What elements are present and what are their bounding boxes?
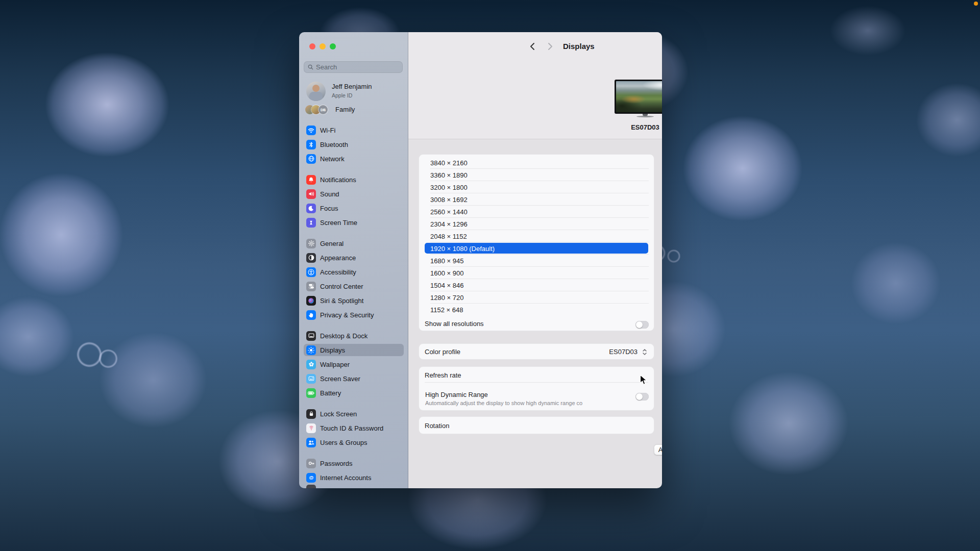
page-title: Displays <box>563 42 595 51</box>
forward-button[interactable] <box>545 41 555 52</box>
rotation-row: Rotation <box>419 416 654 434</box>
sidebar-item-privacy-security[interactable]: Privacy & Security <box>304 309 404 321</box>
appearance-icon <box>306 253 316 263</box>
sidebar-item-control-center[interactable]: Control Center <box>304 280 404 292</box>
key-icon <box>306 459 316 468</box>
resolution-option[interactable]: 1600 × 900 <box>419 267 654 279</box>
resolution-option[interactable]: 1680 × 945 <box>419 255 654 267</box>
resolution-option[interactable]: 3360 × 1890 <box>419 169 654 181</box>
sidebar-item-family[interactable]: Family <box>335 106 355 113</box>
display-preview[interactable] <box>615 80 662 114</box>
divider <box>425 382 648 383</box>
close-button[interactable] <box>309 43 315 49</box>
sidebar-item-general[interactable]: General <box>304 237 404 249</box>
resolution-option[interactable]: 2048 × 1152 <box>419 230 654 242</box>
sidebar: Search Jeff Benjamin Apple ID DB Family … <box>299 32 408 488</box>
screensaver-icon <box>306 374 316 384</box>
users-icon <box>306 438 316 447</box>
sidebar-item-displays[interactable]: Displays <box>304 344 404 356</box>
sidebar-item-wi-fi[interactable]: Wi-Fi <box>304 124 404 136</box>
hourglass-icon <box>306 218 316 228</box>
resolution-option[interactable]: 3840 × 2160 <box>419 157 654 169</box>
hdr-subtitle: Automatically adjust the display to show… <box>425 400 650 406</box>
refresh-rate-label: Refresh rate <box>425 371 461 379</box>
chevron-left-icon <box>530 42 535 51</box>
back-button[interactable] <box>527 41 537 52</box>
bell-icon <box>306 175 316 185</box>
rotation-label: Rotation <box>425 422 449 430</box>
search-input[interactable]: Search <box>304 61 403 73</box>
system-settings-window: Search Jeff Benjamin Apple ID DB Family … <box>299 32 662 488</box>
touchid-icon <box>306 423 316 433</box>
color-profile-value[interactable]: ES07D03 <box>609 348 638 356</box>
display-preview-image <box>616 81 662 112</box>
resolution-panel: 3840 × 21603360 × 18903200 × 18003008 × … <box>419 154 654 331</box>
resolution-option[interactable]: 2304 × 1296 <box>419 218 654 230</box>
resolution-option[interactable]: 1504 × 846 <box>419 279 654 291</box>
display-stand-base <box>636 116 654 117</box>
controlcenter-icon <box>306 282 316 291</box>
globe-icon <box>306 154 316 164</box>
profile-subtitle: Apple ID <box>332 92 352 98</box>
bluetooth-icon <box>306 140 316 149</box>
sidebar-item-desktop-dock[interactable]: Desktop & Dock <box>304 330 404 342</box>
resolution-option[interactable]: 1280 × 720 <box>419 291 654 304</box>
desktop-wallpaper: Search Jeff Benjamin Apple ID DB Family … <box>0 0 980 551</box>
color-profile-row: Color profile ES07D03 <box>419 343 654 360</box>
zoom-button[interactable] <box>330 43 336 49</box>
accessibility-icon <box>306 267 316 277</box>
chevron-right-icon <box>548 42 553 51</box>
sidebar-item-wallpaper[interactable]: Wallpaper <box>304 358 404 370</box>
display-name-label: ES07D03 <box>615 123 662 131</box>
moon-icon <box>306 204 316 213</box>
resolution-option[interactable]: 3008 × 1692 <box>419 193 654 206</box>
speaker-icon <box>306 189 316 199</box>
avatar[interactable] <box>306 82 326 101</box>
mouse-cursor <box>640 374 648 388</box>
partial-icon <box>306 485 316 489</box>
sun-icon <box>306 345 316 355</box>
resolution-option[interactable]: 3200 × 1800 <box>419 181 654 193</box>
sidebar-item-notifications[interactable]: Notifications <box>304 173 404 186</box>
sidebar-item-users-groups[interactable]: Users & Groups <box>304 436 404 448</box>
sidebar-item-siri-spotlight[interactable]: Siri & Spotlight <box>304 294 404 307</box>
sidebar-item-screen-time[interactable]: Screen Time <box>304 216 404 229</box>
sidebar-item-partial[interactable] <box>304 483 404 488</box>
hdr-label: High Dynamic Range <box>425 391 488 398</box>
search-placeholder: Search <box>316 63 337 71</box>
resolution-option[interactable]: 2560 × 1440 <box>419 206 654 218</box>
sidebar-item-battery[interactable]: Battery <box>304 387 404 399</box>
hero-section: Displays ES07D03 + <box>408 32 662 139</box>
sidebar-item-passwords[interactable]: Passwords <box>304 457 404 469</box>
resolution-option[interactable]: 980 × 551 (Default) <box>419 242 654 255</box>
minimize-button[interactable] <box>320 43 326 49</box>
at-icon: @ <box>306 473 316 483</box>
refresh-rate-panel: Refresh rate High Dynamic Range Automati… <box>419 366 654 411</box>
advanced-button[interactable]: Advanced... <box>654 444 662 455</box>
sidebar-item-focus[interactable]: Focus <box>304 202 404 214</box>
family-avatar-badge: DB <box>318 105 328 114</box>
profile-name[interactable]: Jeff Benjamin <box>332 83 372 90</box>
siri-icon <box>306 296 316 306</box>
stepper-icon[interactable] <box>642 348 648 356</box>
color-profile-label: Color profile <box>425 348 460 356</box>
recording-indicator-dot <box>974 2 978 6</box>
desktopdock-icon <box>306 331 316 341</box>
content-pane: Displays ES07D03 + 3840 × 21603360 × 189… <box>408 32 662 488</box>
battery-icon <box>306 388 316 398</box>
sidebar-item-accessibility[interactable]: Accessibility <box>304 266 404 278</box>
sidebar-item-lock-screen[interactable]: Lock Screen <box>304 408 404 420</box>
lock-icon <box>306 409 316 419</box>
sidebar-item-appearance[interactable]: Appearance <box>304 252 404 264</box>
sidebar-item-bluetooth[interactable]: Bluetooth <box>304 138 404 151</box>
show-all-resolutions-toggle[interactable] <box>635 321 649 329</box>
show-all-resolutions-label: Show all resolutions <box>425 320 484 328</box>
hdr-toggle[interactable] <box>635 393 649 400</box>
sidebar-item-sound[interactable]: Sound <box>304 188 404 200</box>
search-icon <box>308 64 313 70</box>
sidebar-item-network[interactable]: Network <box>304 153 404 165</box>
sidebar-item-touch-id-password[interactable]: Touch ID & Password <box>304 422 404 434</box>
sidebar-item-screen-saver[interactable]: Screen Saver <box>304 372 404 385</box>
sidebar-item-internet-accounts[interactable]: @Internet Accounts <box>304 471 404 484</box>
resolution-option[interactable]: 1152 × 648 <box>419 304 654 316</box>
